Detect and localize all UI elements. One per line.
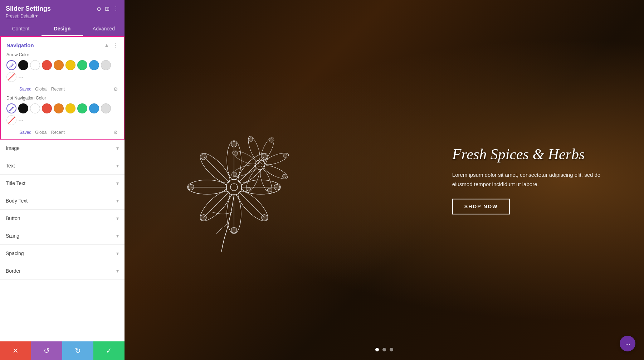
svg-point-1	[230, 184, 238, 191]
dot-color-black[interactable]	[18, 103, 28, 113]
accordion-button: Button ▾	[0, 210, 125, 227]
arrow-color-blue[interactable]	[89, 60, 99, 70]
svg-point-40	[267, 188, 272, 192]
fab-more-icon: ···	[625, 340, 630, 348]
dot-color-white[interactable]	[30, 103, 40, 113]
accordion-image-label: Image	[6, 145, 20, 151]
svg-line-13	[239, 192, 264, 218]
arrow-color-green[interactable]	[77, 60, 87, 70]
dot-color-blue[interactable]	[89, 103, 99, 113]
sidebar: Slider Settings ⊙ ⊞ ⋮ Preset: Default ▾ …	[0, 0, 125, 360]
accordion-button-label: Button	[6, 215, 20, 221]
arrow-color-row: Arrow Color ···	[1, 52, 124, 85]
dot-color-saved-row: Saved Global Recent ⚙	[1, 128, 124, 139]
svg-point-31	[263, 163, 289, 181]
accordion-image-chevron: ▾	[116, 145, 119, 151]
accordion-button-chevron: ▾	[116, 215, 119, 221]
svg-point-20	[274, 184, 280, 190]
arrow-color-yellow[interactable]	[65, 60, 75, 70]
arrow-saved-btn[interactable]: Saved	[19, 87, 31, 92]
dot-color-more[interactable]: ···	[18, 115, 24, 125]
accordion-border-header[interactable]: Border ▾	[0, 262, 125, 279]
sidebar-header: Slider Settings ⊙ ⊞ ⋮ Preset: Default ▾	[0, 0, 125, 22]
dot-recent-btn[interactable]: Recent	[51, 130, 65, 135]
svg-point-42	[233, 172, 237, 176]
navigation-section-title: Navigation	[6, 42, 34, 48]
arrow-color-swatches: ···	[6, 60, 118, 82]
navigation-section: Navigation ▲ ⋮ Arrow Color	[0, 36, 125, 140]
dot-settings-icon[interactable]: ⚙	[113, 130, 118, 135]
accordion-spacing-label: Spacing	[6, 250, 24, 256]
arrow-color-orange[interactable]	[54, 60, 64, 70]
slider-area: Fresh Spices & Herbs Lorem ipsum dolor s…	[125, 0, 644, 360]
dot-color-yellow[interactable]	[65, 103, 75, 113]
screen-icon[interactable]: ⊙	[97, 5, 101, 12]
dot-color-orange[interactable]	[54, 103, 64, 113]
undo-button[interactable]: ↺	[31, 341, 62, 360]
accordion-text: Text ▾	[0, 157, 125, 175]
sidebar-title: Slider Settings	[6, 5, 51, 13]
accordion-text-header[interactable]: Text ▾	[0, 157, 125, 174]
accordion-image: Image ▾	[0, 140, 125, 157]
accordion-title-text-label: Title Text	[6, 180, 25, 186]
arrow-color-label: Arrow Color	[6, 52, 118, 57]
accordion-body-text-chevron: ▾	[116, 198, 119, 204]
sidebar-header-top: Slider Settings ⊙ ⊞ ⋮	[6, 5, 119, 13]
arrow-color-white[interactable]	[30, 60, 40, 70]
fab-more-options[interactable]: ···	[620, 336, 635, 351]
arrow-color-none[interactable]	[6, 72, 16, 82]
arrow-color-lightgray[interactable]	[101, 60, 111, 70]
svg-point-24	[188, 184, 194, 190]
main-content: Fresh Spices & Herbs Lorem ipsum dolor s…	[125, 0, 644, 360]
dot-global-btn[interactable]: Global	[35, 130, 48, 135]
accordion-sizing-chevron: ▾	[116, 233, 119, 239]
dot-color-none[interactable]	[6, 115, 16, 125]
tab-advanced[interactable]: Advanced	[83, 22, 125, 36]
dot-saved-btn[interactable]: Saved	[19, 130, 31, 135]
svg-point-18	[231, 141, 237, 147]
navigation-more-icon[interactable]: ⋮	[112, 42, 118, 49]
arrow-color-black[interactable]	[18, 60, 28, 70]
svg-point-35	[231, 149, 258, 167]
dot-color-picker[interactable]	[6, 103, 16, 113]
slider-dot-1[interactable]	[375, 348, 379, 351]
arrow-settings-icon[interactable]: ⚙	[113, 86, 118, 92]
slider-dots	[375, 348, 393, 351]
accordion-border-label: Border	[6, 268, 21, 274]
cancel-button[interactable]: ✕	[0, 341, 31, 360]
arrow-recent-btn[interactable]: Recent	[51, 87, 65, 92]
slider-flower-illustration	[166, 105, 302, 255]
accordion-button-header[interactable]: Button ▾	[0, 210, 125, 227]
accordion-title-text: Title Text ▾	[0, 175, 125, 192]
accordion-sizing: Sizing ▾	[0, 227, 125, 245]
navigation-section-header: Navigation ▲ ⋮	[1, 37, 124, 52]
slider-dot-2[interactable]	[382, 348, 386, 351]
slider-body: Lorem ipsum dolor sit amet, consectetur …	[452, 171, 602, 189]
arrow-color-red[interactable]	[42, 60, 52, 70]
accordion-title-text-header[interactable]: Title Text ▾	[0, 175, 125, 192]
save-button[interactable]: ✓	[93, 341, 125, 360]
tab-design[interactable]: Design	[42, 22, 83, 36]
arrow-global-btn[interactable]: Global	[35, 87, 48, 92]
shop-now-button[interactable]: SHOP NOW	[452, 199, 510, 215]
arrow-color-saved-row: Saved Global Recent ⚙	[1, 85, 124, 96]
redo-button[interactable]: ↻	[62, 341, 93, 360]
accordion-sizing-header[interactable]: Sizing ▾	[0, 227, 125, 244]
arrow-color-picker[interactable]	[6, 60, 16, 70]
tab-content[interactable]: Content	[0, 22, 42, 36]
sidebar-header-icons: ⊙ ⊞ ⋮	[97, 5, 119, 12]
accordion-body-text-header[interactable]: Body Text ▾	[0, 192, 125, 209]
dot-color-lightgray[interactable]	[101, 103, 111, 113]
accordion-text-label: Text	[6, 163, 15, 169]
accordion-image-header[interactable]: Image ▾	[0, 140, 125, 157]
more-options-icon[interactable]: ⋮	[113, 5, 119, 12]
arrow-color-more[interactable]: ···	[18, 72, 24, 82]
dot-color-green[interactable]	[77, 103, 87, 113]
collapse-navigation-icon[interactable]: ▲	[104, 42, 109, 49]
dot-color-red[interactable]	[42, 103, 52, 113]
preset-label[interactable]: Preset: Default ▾	[6, 14, 119, 19]
slider-dot-3[interactable]	[390, 348, 393, 351]
accordion-spacing-header[interactable]: Spacing ▾	[0, 245, 125, 262]
layout-icon[interactable]: ⊞	[105, 5, 109, 12]
accordion-spacing-chevron: ▾	[116, 250, 119, 256]
